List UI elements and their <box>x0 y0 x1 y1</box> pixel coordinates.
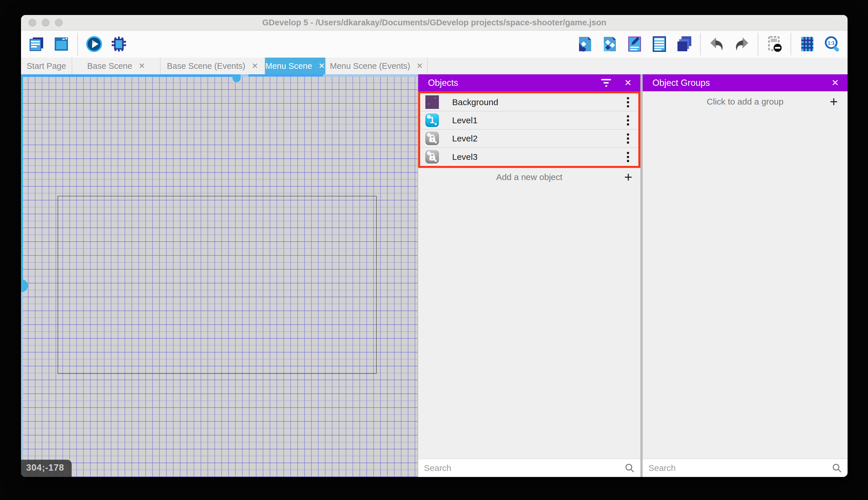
layers-icon[interactable] <box>676 35 693 53</box>
undo-icon[interactable] <box>708 35 726 53</box>
tab-label: Menu Scene (Events) <box>330 61 410 71</box>
selection-edge-left-segment <box>21 74 23 282</box>
add-group-label: Click to add a group <box>643 97 847 106</box>
tab-label: Base Scene <box>87 61 132 71</box>
render-mask-icon[interactable] <box>766 35 783 53</box>
groups-search-input[interactable] <box>648 463 832 473</box>
redo-icon[interactable] <box>733 35 750 53</box>
scene-properties-icon[interactable] <box>53 35 70 53</box>
objects-list-highlighted: Background 1 Level1 Level2 <box>418 91 640 168</box>
tab-base-scene-events[interactable]: Base Scene (Events) ✕ <box>161 58 265 74</box>
tab-start-page[interactable]: Start Page <box>21 58 72 74</box>
properties-icon[interactable] <box>626 35 643 53</box>
close-icon[interactable]: ✕ <box>831 78 839 88</box>
close-tab-icon[interactable]: ✕ <box>138 61 145 70</box>
add-object-label: Add a new object <box>418 172 640 182</box>
objects-panel-title: Objects <box>428 78 601 88</box>
toolbar-separator <box>758 33 758 55</box>
add-new-object-button[interactable]: Add a new object + <box>418 168 640 186</box>
groups-search-bar <box>643 458 847 477</box>
toolbar-right-group: 1:1 <box>576 33 841 55</box>
background-thumbnail <box>425 95 439 109</box>
instances-list-icon[interactable] <box>651 35 668 53</box>
object-groups-panel-title: Object Groups <box>653 78 818 88</box>
zoom-1-1-icon[interactable]: 1:1 <box>823 35 841 53</box>
cursor-coordinates-badge: 304;-178 <box>21 460 72 477</box>
scene-editor-canvas[interactable]: 304;-178 <box>21 74 418 477</box>
play-preview-icon[interactable] <box>85 35 103 53</box>
plus-icon: + <box>624 170 632 184</box>
tab-label: Menu Scene <box>265 61 312 71</box>
selection-resize-handle-left[interactable] <box>21 280 28 292</box>
object-name: Level1 <box>452 115 624 125</box>
editor-tab-bar: Start Page Base Scene ✕ Base Scene (Even… <box>21 58 847 74</box>
kebab-menu-icon[interactable] <box>624 96 631 109</box>
close-tab-icon[interactable]: ✕ <box>251 61 258 70</box>
search-icon[interactable] <box>625 463 635 473</box>
object-row-level2[interactable]: Level2 <box>420 129 638 148</box>
object-row-level1[interactable]: 1 Level1 <box>420 112 638 129</box>
objects-search-input[interactable] <box>424 463 625 473</box>
svg-text:1:1: 1:1 <box>828 40 835 46</box>
camera-border <box>58 196 377 374</box>
close-icon[interactable]: ✕ <box>624 78 632 88</box>
tab-label: Base Scene (Events) <box>167 61 245 71</box>
add-group-button[interactable]: Click to add a group + <box>643 91 847 112</box>
close-tab-icon[interactable]: ✕ <box>417 61 423 70</box>
filter-icon[interactable] <box>601 79 611 87</box>
plus-icon: + <box>830 95 838 109</box>
objects-panel-icon[interactable] <box>576 35 594 53</box>
objects-panel: Objects ✕ Background 1 Level1 <box>418 74 640 477</box>
app-window: GDevelop 5 - /Users/dkarakay/Documents/G… <box>21 15 847 477</box>
grid-icon[interactable] <box>799 35 816 53</box>
main-toolbar: 1:1 <box>21 31 847 58</box>
object-name: Level2 <box>452 134 624 144</box>
toolbar-left-group <box>28 33 128 55</box>
toolbar-separator <box>78 33 78 55</box>
tab-menu-scene[interactable]: Menu Scene ✕ <box>265 58 326 74</box>
lock-icon <box>425 150 439 163</box>
object-row-background[interactable]: Background <box>420 93 638 112</box>
debug-icon[interactable] <box>110 35 128 53</box>
objects-panel-header: Objects ✕ <box>418 74 640 91</box>
selection-resize-handle-top[interactable] <box>233 74 241 82</box>
selection-edge-top-segment <box>248 74 323 77</box>
object-groups-icon[interactable] <box>601 35 619 53</box>
title-bar: GDevelop 5 - /Users/dkarakay/Documents/G… <box>21 15 847 31</box>
panel-divider[interactable] <box>640 74 643 477</box>
close-tab-icon[interactable]: ✕ <box>319 61 325 70</box>
object-name: Background <box>452 97 624 107</box>
object-row-level3[interactable]: Level3 <box>420 148 638 166</box>
selection-edge-top-segment <box>21 74 233 77</box>
kebab-menu-icon[interactable] <box>624 114 631 127</box>
objects-search-bar <box>418 458 640 477</box>
object-name: Level3 <box>452 152 624 162</box>
object-groups-panel: Object Groups ✕ Click to add a group + <box>643 74 847 477</box>
kebab-menu-icon[interactable] <box>624 151 631 163</box>
object-groups-panel-header: Object Groups ✕ <box>643 74 847 91</box>
tab-menu-scene-events[interactable]: Menu Scene (Events) ✕ <box>326 58 428 74</box>
tab-base-scene[interactable]: Base Scene ✕ <box>72 58 161 74</box>
lock-icon <box>425 132 439 145</box>
content-area: 304;-178 Objects ✕ Background 1 Level1 <box>21 74 847 477</box>
toolbar-separator <box>790 33 791 55</box>
window-title: GDevelop 5 - /Users/dkarakay/Documents/G… <box>21 18 847 27</box>
search-icon[interactable] <box>832 463 842 473</box>
tab-label: Start Page <box>26 61 66 71</box>
level1-button-thumbnail: 1 <box>425 113 439 127</box>
kebab-menu-icon[interactable] <box>624 132 631 145</box>
project-manager-icon[interactable] <box>28 35 45 53</box>
toolbar-separator <box>700 33 701 55</box>
